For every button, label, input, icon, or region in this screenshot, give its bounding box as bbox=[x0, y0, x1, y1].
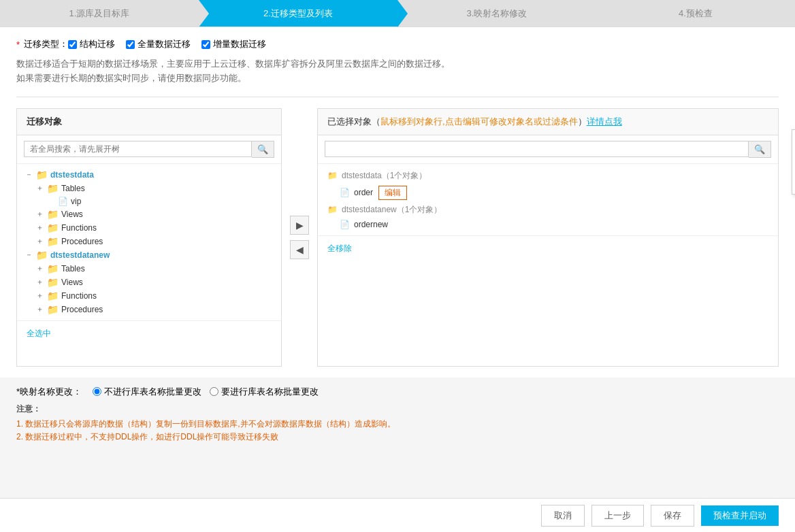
right-folder-icon-dtstestdata: 📁 bbox=[327, 171, 338, 180]
tree-item-views-1[interactable]: ＋ 📁 Views bbox=[17, 207, 281, 221]
stepper: 1.源库及目标库 2.迁移类型及列表 3.映射名称修改 4.预检查 bbox=[0, 0, 795, 27]
checkbox-structural-input[interactable] bbox=[68, 40, 77, 49]
tree-item-functions-1[interactable]: ＋ 📁 Functions bbox=[17, 221, 281, 235]
right-title-middle: ） bbox=[578, 116, 587, 127]
cancel-button[interactable]: 取消 bbox=[541, 505, 585, 527]
radio-rename[interactable]: 要进行库表名称批量更改 bbox=[210, 386, 319, 398]
right-search-input[interactable] bbox=[325, 141, 749, 157]
mapping-label: *映射名称更改： bbox=[16, 386, 82, 398]
right-item-order[interactable]: 📄 order 编辑 bbox=[318, 184, 778, 202]
divider bbox=[16, 97, 779, 97]
transfer-buttons: ▶ ◀ bbox=[282, 216, 317, 259]
radio-group: 不进行库表名称批量更改 要进行库表名称批量更改 bbox=[93, 386, 319, 398]
checkbox-incremental-label: 增量数据迁移 bbox=[213, 38, 266, 50]
notes: 注意： 1. 数据迁移只会将源库的数据（结构）复制一份到目标数据库,并不会对源数… bbox=[16, 403, 779, 444]
right-title-prefix: 已选择对象（ bbox=[327, 116, 380, 127]
folder-icon-procedures-2: 📁 bbox=[47, 304, 59, 315]
description-line2: 如果需要进行长期的数据实时同步，请使用数据同步功能。 bbox=[16, 71, 779, 86]
folder-icon-views-1: 📁 bbox=[47, 209, 59, 220]
save-button[interactable]: 保存 bbox=[651, 505, 694, 527]
left-search-button[interactable]: 🔍 bbox=[252, 141, 274, 158]
folder-icon-functions-1: 📁 bbox=[47, 222, 59, 233]
right-title-highlight: 鼠标移到对象行,点击编辑可修改对象名或过滤条件 bbox=[380, 116, 578, 127]
toggle-icon-views-1: ＋ bbox=[35, 209, 44, 219]
step-3-label: 3.映射名称修改 bbox=[467, 7, 528, 20]
right-select-all[interactable]: 全移除 bbox=[318, 235, 778, 261]
toggle-icon-tables-1: ＋ bbox=[35, 183, 44, 193]
left-select-all[interactable]: 全选中 bbox=[17, 320, 281, 346]
checkbox-full[interactable]: 全量数据迁移 bbox=[126, 38, 191, 50]
step-2[interactable]: 2.迁移类型及列表 bbox=[199, 0, 398, 27]
bottom-bar: 取消 上一步 保存 预检查并启动 bbox=[0, 498, 795, 532]
description: 数据迁移适合于短期的数据迁移场景，主要应用于上云迁移、数据库扩容拆分及阿里云数据… bbox=[16, 57, 779, 86]
tree-item-procedures-2[interactable]: ＋ 📁 Procedures bbox=[17, 303, 281, 316]
checkbox-group: 结构迁移 全量数据迁移 增量数据迁移 bbox=[68, 38, 266, 50]
migration-type-label: 迁移类型： bbox=[24, 38, 68, 50]
folder-icon-tables-2: 📁 bbox=[47, 263, 59, 274]
prev-button[interactable]: 上一步 bbox=[591, 505, 644, 527]
edit-order-button[interactable]: 编辑 bbox=[378, 186, 407, 200]
checkbox-full-label: 全量数据迁移 bbox=[137, 38, 191, 50]
radio-rename-input[interactable] bbox=[210, 387, 218, 396]
folder-icon-dtstestdatanew: 📁 bbox=[36, 250, 48, 261]
tree-item-procedures-1[interactable]: ＋ 📁 Procedures bbox=[17, 235, 281, 248]
folder-icon-procedures-1: 📁 bbox=[47, 236, 59, 247]
left-tree: － 📁 dtstestdata ＋ 📁 Tables 📄 vip bbox=[17, 164, 281, 320]
checkbox-full-input[interactable] bbox=[126, 40, 135, 49]
step-3[interactable]: 3.映射名称修改 bbox=[398, 0, 596, 27]
checkbox-incremental[interactable]: 增量数据迁移 bbox=[201, 38, 266, 50]
step-4-label: 4.预检查 bbox=[679, 7, 713, 20]
tree-item-tables-2[interactable]: ＋ 📁 Tables bbox=[17, 262, 281, 276]
tree-item-functions-2[interactable]: ＋ 📁 Functions bbox=[17, 289, 281, 303]
radio-no-rename-input[interactable] bbox=[93, 387, 101, 396]
file-icon-vip: 📄 bbox=[58, 197, 68, 206]
checkbox-structural[interactable]: 结构迁移 bbox=[68, 38, 115, 50]
right-label-ordernew: ordernew bbox=[354, 220, 388, 229]
left-search-bar: 🔍 bbox=[17, 135, 281, 164]
folder-icon-views-2: 📁 bbox=[47, 277, 59, 288]
tree-item-dtstestdata[interactable]: － 📁 dtstestdata bbox=[17, 168, 281, 182]
folder-icon-tables-1: 📁 bbox=[47, 183, 59, 194]
tree-label-procedures-2: Procedures bbox=[61, 305, 103, 314]
folder-icon-dtstestdata: 📁 bbox=[36, 169, 48, 180]
folder-icon-functions-2: 📁 bbox=[47, 290, 59, 301]
right-item-dtstestdatanew[interactable]: 📁 dtstestdatanew（1个对象） bbox=[318, 202, 778, 218]
right-item-ordernew[interactable]: 📄 ordernew bbox=[318, 218, 778, 231]
right-label-dtstestdata: dtstestdata（1个对象） bbox=[342, 170, 427, 182]
step-4[interactable]: 4.预检查 bbox=[596, 0, 795, 27]
toggle-icon-dtstestdata: － bbox=[24, 169, 33, 180]
start-button[interactable]: 预检查并启动 bbox=[701, 505, 779, 526]
tree-label-procedures-1: Procedures bbox=[61, 237, 103, 246]
radio-rename-label: 要进行库表名称批量更改 bbox=[221, 386, 319, 398]
right-search-button[interactable]: 🔍 bbox=[749, 141, 771, 158]
tree-label-dtstestdata: dtstestdata bbox=[50, 170, 94, 180]
step-1[interactable]: 1.源库及目标库 bbox=[0, 0, 199, 27]
toggle-icon-views-2: ＋ bbox=[35, 277, 44, 287]
radio-no-rename[interactable]: 不进行库表名称批量更改 bbox=[93, 386, 201, 398]
right-file-icon-ordernew: 📄 bbox=[340, 220, 350, 229]
toggle-icon-functions-1: ＋ bbox=[35, 222, 44, 233]
right-panel-title: 已选择对象（鼠标移到对象行,点击编辑可修改对象名或过滤条件）详情点我 鼠标移到对… bbox=[318, 109, 778, 135]
tree-item-vip[interactable]: 📄 vip bbox=[17, 195, 281, 207]
right-item-dtstestdata[interactable]: 📁 dtstestdata（1个对象） bbox=[318, 168, 778, 184]
tree-label-tables-1: Tables bbox=[61, 184, 85, 193]
tree-label-dtstestdatanew: dtstestdatanew bbox=[50, 250, 110, 260]
mapping-row: *映射名称更改： 不进行库表名称批量更改 要进行库表名称批量更改 bbox=[16, 386, 779, 398]
radio-no-rename-label: 不进行库表名称批量更改 bbox=[104, 386, 201, 398]
right-title-link[interactable]: 详情点我 bbox=[587, 116, 622, 127]
tree-item-dtstestdatanew[interactable]: － 📁 dtstestdatanew bbox=[17, 248, 281, 262]
tooltip-box: 鼠标移到对象上，点击编辑入口，即可配置源跟目标实例的对象名映射及迁移列选择 bbox=[792, 129, 795, 195]
tree-item-tables-1[interactable]: ＋ 📁 Tables bbox=[17, 182, 281, 195]
remove-from-right-button[interactable]: ◀ bbox=[290, 240, 309, 259]
right-file-icon-order: 📄 bbox=[340, 188, 350, 197]
checkbox-incremental-input[interactable] bbox=[201, 40, 210, 49]
required-star: * bbox=[16, 39, 20, 50]
tree-label-tables-2: Tables bbox=[61, 264, 85, 273]
right-tree: 📁 dtstestdata（1个对象） 📄 order 编辑 📁 dtstest… bbox=[318, 164, 778, 235]
main-content: * 迁移类型： 结构迁移 全量数据迁移 增量数据迁移 数据迁移适合于短期的数据迁… bbox=[0, 27, 795, 378]
left-search-input[interactable] bbox=[24, 141, 252, 157]
add-to-right-button[interactable]: ▶ bbox=[290, 216, 309, 235]
checkbox-structural-label: 结构迁移 bbox=[80, 38, 115, 50]
tree-item-views-2[interactable]: ＋ 📁 Views bbox=[17, 276, 281, 289]
note-item-2: 2. 数据迁移过程中，不支持DDL操作，如进行DDL操作可能导致迁移失败 bbox=[16, 431, 779, 444]
